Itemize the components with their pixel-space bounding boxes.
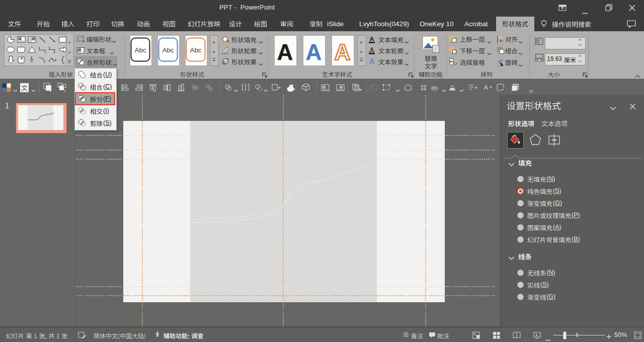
svg-text:A: A [484,84,488,91]
svg-text:A: A [340,86,342,89]
svg-text:A: A [335,40,351,64]
svg-text:A: A [369,57,374,65]
svg-text:A: A [306,40,322,64]
svg-text:A: A [323,86,325,89]
svg-text:A: A [369,46,374,54]
svg-text:A: A [277,40,293,64]
svg-text:A: A [369,35,374,43]
svg-text:abc: abc [431,85,439,90]
svg-text:A: A [78,48,80,51]
